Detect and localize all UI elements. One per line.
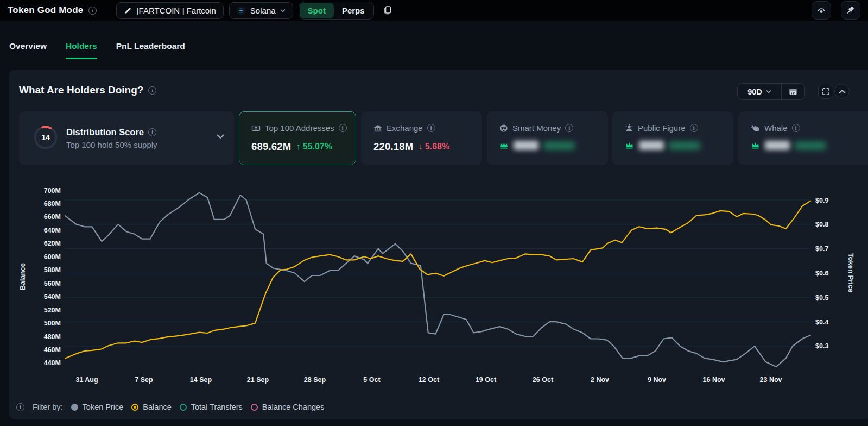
info-icon[interactable]: i	[792, 124, 800, 132]
svg-text:500M: 500M	[44, 320, 61, 327]
svg-text:28 Sep: 28 Sep	[304, 376, 326, 384]
fullscreen-button[interactable]	[818, 84, 833, 99]
balance-marker	[131, 404, 138, 411]
perps-tab[interactable]: Perps	[334, 3, 373, 18]
spot-tab[interactable]: Spot	[300, 3, 334, 18]
svg-text:23 Nov: 23 Nov	[760, 376, 782, 384]
svg-text:Token Price: Token Price	[847, 253, 855, 293]
token-price-marker	[71, 404, 78, 411]
pin-button[interactable]	[841, 1, 860, 20]
app-title: Token God Mode	[8, 5, 83, 16]
market-toggle: Spot Perps	[299, 2, 374, 20]
legend-item-balance-changes[interactable]: Balance Changes	[251, 403, 324, 411]
holders-chart: $0.9$0.8$0.7$0.6$0.5$0.4$0.3700M680M660M…	[9, 179, 868, 392]
svg-text:$0.3: $0.3	[815, 342, 828, 350]
svg-text:600M: 600M	[44, 253, 61, 261]
card-whale[interactable]: Whale i	[738, 111, 868, 165]
blurred-change	[669, 142, 700, 149]
svg-text:5 Oct: 5 Oct	[363, 376, 381, 384]
holders-panel: What Are Holders Doing? i 90D	[9, 70, 868, 419]
pin-icon	[846, 5, 856, 15]
token-selector[interactable]: [FARTCOIN ] Fartcoin	[116, 2, 223, 19]
svg-text:440M: 440M	[44, 359, 61, 367]
card-title: Smart Money	[512, 123, 561, 133]
info-icon[interactable]: i	[339, 124, 347, 132]
tab-pnl-leaderboard[interactable]: PnL Leaderboard	[116, 41, 185, 59]
legend-item-total-transfers[interactable]: Total Transfers	[180, 403, 243, 411]
blurred-value	[765, 141, 790, 150]
card-title: Whale	[764, 123, 788, 133]
svg-text:7 Sep: 7 Sep	[135, 376, 153, 384]
svg-text:540M: 540M	[44, 293, 61, 300]
blurred-change	[543, 142, 575, 149]
crown-icon	[751, 141, 760, 149]
chain-selector[interactable]: Solana	[229, 2, 293, 19]
svg-text:19 Oct: 19 Oct	[476, 376, 497, 384]
blurred-value	[514, 141, 538, 150]
crown-icon	[625, 141, 634, 149]
svg-text:26 Oct: 26 Oct	[533, 376, 554, 384]
chevron-down-icon	[280, 9, 286, 12]
info-icon[interactable]: i	[565, 124, 573, 132]
legend-item-token-price[interactable]: Token Price	[71, 403, 124, 411]
svg-text:$0.9: $0.9	[815, 197, 828, 204]
token-label: [FARTCOIN ] Fartcoin	[136, 6, 216, 15]
svg-text:460M: 460M	[44, 346, 61, 354]
blurred-change	[795, 142, 826, 149]
card-exchange[interactable]: Exchange i 220.18M ↓ 5.68%	[361, 111, 482, 165]
exchange-change: ↓ 5.68%	[418, 142, 449, 152]
card-distribution-score[interactable]: 14 Distribution Score i Top 100 hold 50%…	[19, 111, 234, 165]
chain-label: Solana	[250, 6, 276, 15]
blurred-value	[639, 141, 664, 150]
card-title: Public Figure	[638, 123, 686, 133]
svg-text:620M: 620M	[44, 240, 61, 247]
copy-icon[interactable]	[383, 5, 392, 15]
card-public-figure[interactable]: Public Figure i	[612, 111, 733, 165]
top-bar: Token God Mode i [FARTCOIN ] Fartcoin So…	[0, 0, 868, 21]
card-smart-money[interactable]: Smart Money i	[487, 111, 608, 165]
solana-icon	[237, 6, 246, 15]
svg-text:$0.4: $0.4	[815, 318, 828, 326]
card-title: Exchange	[387, 123, 423, 133]
info-icon[interactable]: i	[427, 124, 435, 132]
token-god-mode-page: Token God Mode i [FARTCOIN ] Fartcoin So…	[0, 0, 868, 426]
smart-money-icon	[499, 124, 508, 133]
watch-button[interactable]	[812, 1, 831, 20]
tab-overview[interactable]: Overview	[9, 41, 47, 59]
time-range-dropdown[interactable]: 90D	[738, 87, 781, 96]
public-figure-icon	[625, 124, 633, 133]
info-icon[interactable]: i	[148, 128, 156, 136]
legend-item-balance[interactable]: Balance	[131, 403, 171, 411]
svg-text:660M: 660M	[44, 213, 61, 221]
exchange-value: 220.18M	[373, 141, 413, 153]
svg-text:14 Sep: 14 Sep	[190, 376, 212, 384]
info-icon[interactable]: i	[690, 124, 698, 132]
card-title: Distribution Score	[66, 127, 144, 137]
section-tabs: Overview Holders PnL Leaderboard	[0, 21, 868, 59]
card-top-100-addresses[interactable]: Top 100 Addresses i 689.62M ↑ 55.07%	[239, 111, 356, 165]
tab-holders[interactable]: Holders	[66, 41, 97, 59]
banknote-icon	[251, 124, 261, 133]
distribution-subtitle: Top 100 hold 50% supply	[66, 140, 157, 149]
info-icon[interactable]: i	[16, 403, 24, 411]
time-range-control: 90D	[737, 83, 805, 100]
calendar-button[interactable]	[782, 87, 804, 96]
balance-changes-marker	[251, 404, 258, 411]
svg-text:$0.7: $0.7	[815, 245, 828, 253]
crown-icon	[499, 141, 509, 149]
legend-prefix: Filter by:	[33, 403, 63, 411]
eye-icon	[816, 6, 826, 15]
svg-text:$0.6: $0.6	[815, 270, 828, 277]
chevron-down-icon	[217, 134, 224, 139]
calendar-icon	[789, 87, 797, 96]
svg-text:580M: 580M	[44, 266, 61, 274]
panel-title: What Are Holders Doing?	[19, 84, 143, 96]
distribution-score-value: 14	[41, 133, 50, 142]
svg-text:12 Oct: 12 Oct	[419, 376, 440, 384]
collapse-button[interactable]	[834, 84, 850, 99]
top100-value: 689.62M	[251, 141, 291, 153]
info-icon[interactable]: i	[88, 7, 97, 15]
info-icon[interactable]: i	[148, 86, 156, 95]
svg-text:21 Sep: 21 Sep	[247, 376, 269, 384]
svg-text:Balance: Balance	[18, 263, 27, 290]
